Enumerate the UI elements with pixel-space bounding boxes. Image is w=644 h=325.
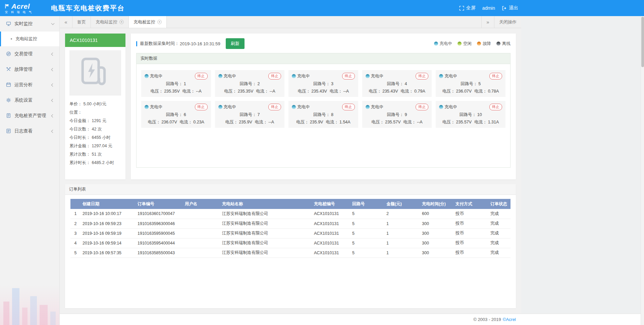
cell-date: 2019-10-16 09:59:14 bbox=[80, 238, 136, 248]
current-value: 0.78A bbox=[488, 89, 499, 94]
terminate-button[interactable]: 终止 bbox=[342, 104, 355, 110]
fullscreen-icon bbox=[459, 6, 464, 11]
tabs-scroll-right-button[interactable]: » bbox=[481, 16, 494, 28]
table-row[interactable]: 32019-10-16 09:59:191910163595900045江苏安科… bbox=[70, 228, 511, 238]
terminate-button[interactable]: 终止 bbox=[268, 104, 281, 110]
table-row[interactable]: 42019-10-16 09:59:141910163595400044江苏安科… bbox=[70, 238, 511, 248]
tab-2[interactable]: 充电桩监控× bbox=[129, 16, 167, 28]
column-header-amount: 金额(元) bbox=[384, 199, 420, 209]
circuit-vc-line: 电压：235.35V电流：--A bbox=[145, 89, 208, 94]
terminate-button[interactable]: 终止 bbox=[489, 73, 502, 79]
main-content: ACX1010131 单价：5.00 小时/元位置：今日金额：1291 元今日次… bbox=[60, 28, 521, 314]
legend-item-fault: 故障 bbox=[477, 41, 491, 47]
circuit-number-value: 9 bbox=[405, 112, 407, 117]
sidebar-item-3[interactable]: 运营分析 bbox=[0, 77, 59, 93]
tab-1[interactable]: 充电站监控× bbox=[91, 16, 129, 28]
circuit-number-value: 5 bbox=[478, 82, 481, 86]
app-header: Acrel 安 科 瑞 电 气 电瓶车充电桩收费平台 全屏 admin 退出 bbox=[0, 0, 644, 16]
close-operations-button[interactable]: 关闭操作 bbox=[494, 16, 521, 28]
cell-station: 江苏安科瑞制造有限公司 bbox=[220, 209, 312, 219]
fullscreen-label: 全屏 bbox=[466, 5, 476, 11]
copyright-text: © 2003 - 2019 bbox=[473, 317, 501, 322]
tab-0[interactable]: 首页 bbox=[72, 16, 91, 28]
charging-status-icon bbox=[145, 105, 149, 109]
table-row[interactable]: 12019-10-16 10:00:171910163601700047江苏安科… bbox=[70, 209, 511, 219]
legend-item-charging: 充电中 bbox=[434, 41, 452, 47]
terminate-button[interactable]: 终止 bbox=[416, 73, 428, 79]
fullscreen-button[interactable]: 全屏 bbox=[459, 5, 476, 11]
cell-status: 完成 bbox=[488, 209, 511, 219]
circuit-number-value: 4 bbox=[405, 82, 407, 86]
table-row[interactable]: 52019-10-16 09:57:351910163585500043江苏安科… bbox=[70, 248, 511, 258]
scrollbar-thumb[interactable] bbox=[641, 17, 644, 67]
cell-order_no: 1910163595900045 bbox=[136, 228, 183, 238]
monitor-icon bbox=[6, 21, 11, 26]
terminate-button[interactable]: 终止 bbox=[342, 73, 355, 79]
chevron-left-icon bbox=[51, 83, 55, 87]
sidebar-item-1[interactable]: 交易管理 bbox=[0, 46, 59, 62]
table-row[interactable]: 22019-10-16 09:59:231910163596300046江苏安科… bbox=[70, 219, 511, 228]
circuit-vc-line: 电压：235.35V电流：--A bbox=[218, 89, 281, 94]
circuit-card-top: 充电中终止 bbox=[145, 73, 208, 79]
circuit-number-label: 回路号： bbox=[313, 82, 330, 86]
vertical-scrollbar[interactable] bbox=[641, 16, 644, 325]
tab-label: 充电桩监控 bbox=[133, 19, 155, 25]
circuit-number-line: 回路号：6 bbox=[145, 112, 208, 118]
voltage-value: 235.35V bbox=[238, 89, 254, 94]
station-panel-body: 单价：5.00 小时/元位置：今日金额：1291 元今日次数：42 次今日时长：… bbox=[65, 47, 125, 179]
terminate-button[interactable]: 终止 bbox=[195, 73, 208, 79]
chevron-left-icon bbox=[51, 68, 55, 71]
charging-status-icon bbox=[439, 74, 443, 78]
logout-button[interactable]: 退出 bbox=[502, 5, 518, 11]
sidebar: 实时监控充电站监控交易管理故障管理运营分析系统设置充电桩资产管理日志查看 bbox=[0, 16, 60, 325]
circuit-number-value: 2 bbox=[257, 82, 260, 86]
circuit-status-label: 充电中 bbox=[150, 104, 163, 110]
circuit-status-label: 充电中 bbox=[371, 104, 384, 110]
sidebar-item-4[interactable]: 系统设置 bbox=[0, 93, 59, 108]
circuit-card-5: 充电中终止回路号：5电压：236.07V电流：0.78A bbox=[436, 70, 505, 97]
voltage-value: 235.43V bbox=[311, 89, 327, 94]
terminate-button[interactable]: 终止 bbox=[489, 104, 502, 110]
sidebar-subitem-0-0[interactable]: 充电站监控 bbox=[0, 32, 59, 46]
circuit-status: 充电中 bbox=[292, 104, 310, 110]
column-header-pile: 充电桩编号 bbox=[312, 199, 350, 209]
circuit-card-3: 充电中终止回路号：3电压：235.43V电流：--A bbox=[288, 70, 358, 97]
offline-status-icon bbox=[496, 42, 500, 46]
terminate-button[interactable]: 终止 bbox=[195, 104, 208, 110]
stat-value: 1291 元 bbox=[92, 117, 107, 125]
voltage-label: 电压： bbox=[442, 120, 455, 124]
user-menu[interactable]: admin bbox=[482, 5, 495, 11]
circuit-number-label: 回路号： bbox=[460, 112, 476, 117]
sidebar-item-label: 实时监控 bbox=[14, 21, 52, 27]
logout-icon bbox=[502, 6, 507, 11]
username-text: admin bbox=[482, 5, 495, 11]
voltage-value: 235.57V bbox=[385, 120, 401, 124]
sidebar-item-2[interactable]: 故障管理 bbox=[0, 62, 59, 77]
circuit-number-value: 1 bbox=[184, 82, 186, 86]
current-label: 电流： bbox=[330, 89, 342, 94]
legend-item-idle: 空闲 bbox=[458, 41, 472, 47]
footer: © 2003 - 2019 ©Acrel bbox=[60, 314, 641, 325]
sidebar-item-label: 交易管理 bbox=[14, 51, 52, 57]
circuit-card-top: 充电中终止 bbox=[292, 104, 355, 110]
circuit-card-top: 充电中终止 bbox=[292, 73, 355, 79]
terminate-button[interactable]: 终止 bbox=[268, 73, 281, 79]
tabs-scroll-left-button[interactable]: « bbox=[60, 16, 72, 28]
cell-amount: 1 bbox=[384, 219, 420, 228]
tab-close-icon[interactable]: × bbox=[119, 20, 124, 24]
cell-user bbox=[183, 219, 220, 228]
voltage-label: 电压： bbox=[224, 89, 237, 94]
refresh-button[interactable]: 刷新 bbox=[226, 38, 245, 49]
sidebar-item-0[interactable]: 实时监控 bbox=[0, 16, 59, 32]
sidebar-item-6[interactable]: 日志查看 bbox=[0, 123, 59, 139]
voltage-label: 电压： bbox=[151, 89, 163, 94]
terminate-button[interactable]: 终止 bbox=[416, 104, 428, 110]
circuit-card-7: 充电中终止回路号：7电压：235.9V电流：--A bbox=[215, 101, 285, 128]
tab-close-icon[interactable]: × bbox=[157, 20, 162, 24]
acrel-brand-link[interactable]: ©Acrel bbox=[503, 317, 516, 322]
stat-line: 累计金额：1297.04 元 bbox=[69, 142, 121, 150]
sidebar-item-label: 充电桩资产管理 bbox=[14, 113, 52, 119]
circuit-vc-line: 电压：235.57V电流：--A bbox=[366, 119, 429, 125]
voltage-label: 电压： bbox=[369, 89, 381, 94]
sidebar-item-5[interactable]: 充电桩资产管理 bbox=[0, 108, 59, 123]
